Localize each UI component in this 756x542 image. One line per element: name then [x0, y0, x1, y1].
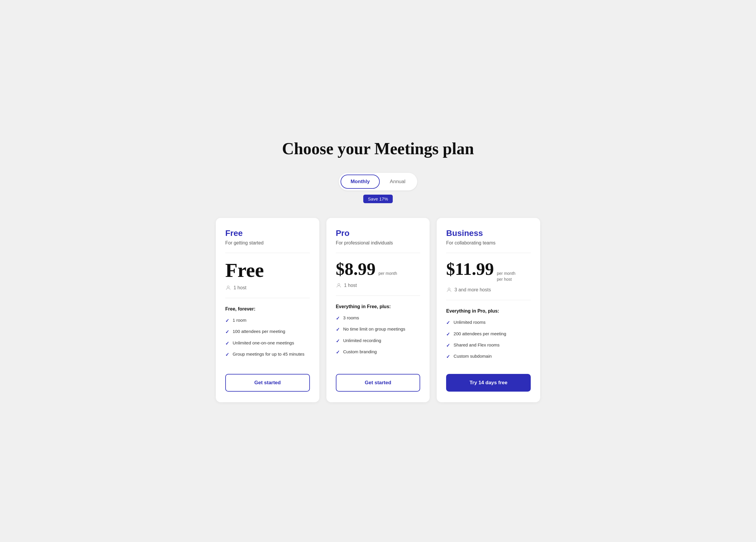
price-row-free: Free	[225, 260, 310, 280]
feature-item: ✓ Custom subdomain	[446, 353, 531, 360]
host-label-free: 1 host	[234, 285, 246, 290]
features-free: Free, forever: ✓ 1 room ✓ 100 attendees …	[225, 306, 310, 364]
plan-pricing-free: Free 1 host	[225, 260, 310, 298]
feature-text: Unlimited rooms	[453, 319, 485, 325]
price-amount-free: Free	[225, 260, 264, 280]
plan-pricing-pro: $8.99 per month 1 host	[336, 260, 420, 296]
plan-header-pro: Pro For professional individuals	[336, 229, 420, 253]
check-icon: ✓	[225, 329, 229, 335]
feature-item: ✓ 100 attendees per meeting	[225, 328, 310, 335]
check-icon: ✓	[446, 354, 450, 360]
cta-button-business[interactable]: Try 14 days free	[446, 374, 531, 392]
plan-header-free: Free For getting started	[225, 229, 310, 253]
save-badge: Save 17%	[363, 195, 393, 203]
host-icon-free	[225, 285, 231, 291]
feature-item: ✓ Group meetings for up to 45 minutes	[225, 351, 310, 358]
price-details-business: per month per host	[497, 271, 515, 282]
features-title-business: Everything in Pro, plus:	[446, 308, 531, 314]
host-row-business: 3 and more hosts	[446, 287, 531, 293]
plan-card-free: Free For getting started Free 1 host Fre…	[216, 218, 319, 402]
check-icon: ✓	[446, 320, 450, 326]
feature-text: Group meetings for up to 45 minutes	[233, 351, 304, 357]
feature-text: Shared and Flex rooms	[453, 342, 499, 348]
plan-name-pro: Pro	[336, 229, 420, 238]
plans-grid: Free For getting started Free 1 host Fre…	[216, 218, 540, 402]
page-container: Choose your Meetings plan Monthly Annual…	[216, 140, 540, 402]
svg-point-1	[338, 283, 340, 285]
plan-name-business: Business	[446, 229, 531, 238]
features-pro: Everything in Free, plus: ✓ 3 rooms ✓ No…	[336, 304, 420, 364]
plan-header-business: Business For collaborating teams	[446, 229, 531, 253]
plan-name-free: Free	[225, 229, 310, 238]
check-icon: ✓	[225, 352, 229, 358]
page-title: Choose your Meetings plan	[282, 140, 474, 158]
feature-text: No time limit on group meetings	[343, 326, 405, 332]
price-row-pro: $8.99 per month	[336, 260, 420, 278]
cta-button-free[interactable]: Get started	[225, 374, 310, 392]
plan-pricing-business: $11.99 per month per host 3 and more hos…	[446, 260, 531, 300]
feature-item: ✓ No time limit on group meetings	[336, 326, 420, 333]
host-icon-business	[446, 287, 452, 293]
billing-toggle: Monthly Annual	[339, 173, 417, 190]
feature-item: ✓ Shared and Flex rooms	[446, 342, 531, 349]
host-label-pro: 1 host	[344, 283, 357, 288]
host-row-free: 1 host	[225, 285, 310, 291]
check-icon: ✓	[446, 342, 450, 349]
price-row-business: $11.99 per month per host	[446, 260, 531, 282]
billing-toggle-container: Monthly Annual Save 17%	[339, 173, 417, 203]
host-row-pro: 1 host	[336, 283, 420, 288]
feature-item: ✓ 1 room	[225, 317, 310, 324]
annual-toggle-button[interactable]: Annual	[380, 175, 415, 189]
check-icon: ✓	[225, 318, 229, 324]
price-amount-business: $11.99	[446, 260, 494, 278]
svg-point-0	[227, 286, 229, 288]
plan-card-pro: Pro For professional individuals $8.99 p…	[326, 218, 430, 402]
host-label-business: 3 and more hosts	[454, 287, 491, 293]
feature-text: Unlimited recording	[343, 337, 381, 344]
check-icon: ✓	[336, 315, 340, 322]
feature-text: 100 attendees per meeting	[233, 328, 285, 334]
features-title-free: Free, forever:	[225, 306, 310, 312]
plan-tagline-pro: For professional individuals	[336, 240, 420, 246]
plan-card-business: Business For collaborating teams $11.99 …	[437, 218, 540, 402]
feature-item: ✓ Unlimited rooms	[446, 319, 531, 326]
feature-item: ✓ 200 attendees per meeting	[446, 331, 531, 338]
feature-text: 1 room	[233, 317, 246, 323]
feature-text: 3 rooms	[343, 315, 359, 321]
feature-text: 200 attendees per meeting	[453, 331, 506, 337]
plan-tagline-business: For collaborating teams	[446, 240, 531, 246]
feature-item: ✓ Unlimited recording	[336, 337, 420, 344]
features-business: Everything in Pro, plus: ✓ Unlimited roo…	[446, 308, 531, 364]
check-icon: ✓	[336, 326, 340, 333]
check-icon: ✓	[225, 340, 229, 347]
check-icon: ✓	[446, 331, 450, 338]
price-details-pro: per month	[379, 271, 397, 277]
cta-button-pro[interactable]: Get started	[336, 374, 420, 392]
monthly-toggle-button[interactable]: Monthly	[341, 175, 380, 189]
svg-point-2	[448, 288, 450, 290]
feature-text: Unlimited one-on-one meetings	[233, 340, 294, 346]
feature-item: ✓ Unlimited one-on-one meetings	[225, 340, 310, 347]
feature-text: Custom branding	[343, 349, 377, 355]
feature-item: ✓ 3 rooms	[336, 315, 420, 322]
feature-text: Custom subdomain	[453, 353, 492, 359]
features-title-pro: Everything in Free, plus:	[336, 304, 420, 309]
feature-item: ✓ Custom branding	[336, 349, 420, 356]
host-icon-pro	[336, 283, 342, 288]
plan-tagline-free: For getting started	[225, 240, 310, 246]
check-icon: ✓	[336, 349, 340, 356]
price-amount-pro: $8.99	[336, 260, 376, 278]
check-icon: ✓	[336, 338, 340, 344]
